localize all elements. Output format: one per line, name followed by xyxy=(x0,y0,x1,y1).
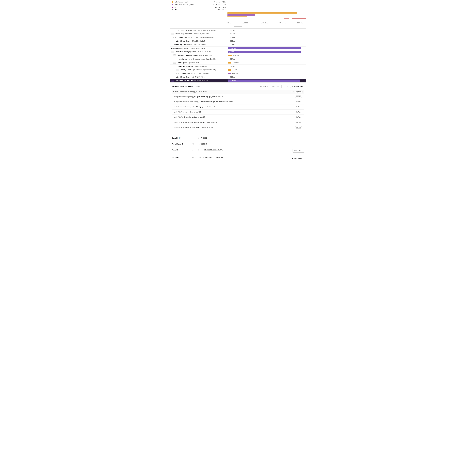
count-badge-snql-run[interactable]: 1 ^ xyxy=(176,69,179,71)
frame-method-2: BigtableNodeStorage._get_bytes_multi xyxy=(201,101,227,103)
legend-item-eventstore: eventstore.base.bind_nodes 707.96ms 11% xyxy=(172,4,304,5)
legend-other-pct: 12% xyxy=(221,9,226,11)
bar-snuba-events: 5,377.31ms xyxy=(228,51,301,53)
span-arrow-json2: → xyxy=(173,76,174,78)
duration-json1: 0.06ms xyxy=(229,40,235,42)
occurred-right: ↻ 1 System xyxy=(291,91,303,93)
span-desc-snql-run: – {"legacy": true, "query": "MATCH (e xyxy=(192,69,216,71)
count-badge-bind-nodes[interactable]: 1 ^ xyxy=(171,80,174,82)
span-row-snuba-events: 2 ^ eventstore.snuba.get_events – 8d4962… xyxy=(170,50,306,54)
legend-item-nodestore: nodestore.get_multi 4574.7ms 72% xyxy=(172,1,304,3)
frame-line-6: at line 264 xyxy=(211,121,217,123)
frame-in-1: in xyxy=(194,96,196,98)
occurred-row: Occurred in non-app: threading.py in Con… xyxy=(172,90,304,94)
span-name-paginate: base.paginate.get_result xyxy=(171,47,188,49)
detail-row-trace-id: Trace ID c94012026c4e435db39f1d056da8c39… xyxy=(172,147,304,155)
frame-path-7: sentry/eventstore/snuba/backend.py xyxy=(174,127,198,128)
count-badge-aliased[interactable]: 3 ^ xyxy=(173,54,176,56)
span-right-snql-run: 87.63ms xyxy=(227,68,306,72)
details-section: Span ID 🔗 b368fa23dd7431b2 Parent Span I… xyxy=(170,132,306,165)
scrollbar-area[interactable] xyxy=(170,24,306,29)
span-left-snql-validation: → snuba_snql.validation – api.project-ev… xyxy=(170,65,227,68)
frame-left-4: sentry/utils/metrics.py in inner at line… xyxy=(174,111,295,113)
span-right-paginate: 5,377.60ms xyxy=(227,47,306,50)
bar-aliased xyxy=(228,54,232,56)
frame-path-4: sentry/utils/metrics.py xyxy=(174,111,188,113)
duration-http1: 1.52ms xyxy=(229,36,235,38)
detail-row-span-id: Span ID 🔗 b368fa23dd7431b2 xyxy=(172,135,304,141)
span-desc-json2: – a29974147744d44d xyxy=(191,76,205,78)
occurred-text: Occurred in non-app: threading.py in Con… xyxy=(173,91,207,93)
bar-http2 xyxy=(228,72,231,74)
axis-label-1: 1,585.05ms xyxy=(242,22,250,24)
span-id-label: Span ID xyxy=(172,137,178,139)
main-container: nodestore.get_multi 4574.7ms 72% eventst… xyxy=(170,0,306,165)
in-app-badge-5: In App xyxy=(295,116,302,118)
detail-actions-profile: ⊞ View Profile xyxy=(290,157,304,160)
frame-in-2: in xyxy=(199,101,201,103)
prev-stack-button[interactable]: ‹ xyxy=(281,85,285,88)
span-name-snuba-events: eventstore.snuba.get_events xyxy=(175,51,196,53)
scrollbar-thumb[interactable] xyxy=(234,26,242,27)
span-desc-aliased: – bbbfdab5a54e1378 xyxy=(198,54,212,56)
frame-path-6: sentry/eventstore/base.py xyxy=(174,121,191,123)
count-badge-snuba-query[interactable]: 2 ^ xyxy=(173,62,176,64)
view-profile-icon-stacks: ⊞ xyxy=(292,85,293,87)
span-left-paginate: base.paginate.get_result – ProjectEvents… xyxy=(170,47,227,50)
legend-eventstore-name: eventstore.base.bind_nodes xyxy=(174,4,209,5)
span-row-snql-run: 1 ^ snuba_snql.run – {"legacy": true, "q… xyxy=(170,68,306,72)
span-row-paginate: base.paginate.get_result – ProjectEvents… xyxy=(170,47,306,50)
duration-db: 1.02ms xyxy=(229,29,235,31)
span-left-snuba-events: 2 ^ eventstore.snuba.get_events – 8d4962… xyxy=(170,50,227,53)
frame-path-2: sentry/nodestore/bigtable/backend.py xyxy=(174,101,199,103)
span-arrow-http2: → xyxy=(176,73,177,74)
bar-bind-nodes: 5,282.66ms xyxy=(228,79,300,82)
legend-eventstore-pct: 11% xyxy=(221,4,226,5)
legend-item-db: db 306ms 5% xyxy=(172,6,304,8)
span-name-bind-nodes: eventstore.base.bind_nodes xyxy=(175,80,196,81)
legend-nodestore-name: nodestore.get_multi xyxy=(174,1,209,3)
span-desc-snql-validation: – api.project-events xyxy=(194,65,207,67)
span-name-snql-validation: snuba_snql.validation xyxy=(178,65,193,67)
view-profile-button-details[interactable]: ⊞ View Profile xyxy=(290,157,304,160)
count-badge-snuba-events[interactable]: 2 ^ xyxy=(171,51,174,53)
span-row-bind-nodes: 1 ^ eventstore.base.bind_nodes – b368fa2… xyxy=(170,79,306,83)
span-desc-bind-nodes: – b368fa23dd7431b2 xyxy=(196,80,210,81)
view-profile-button-stacks[interactable]: ⊞ View Profile xyxy=(290,85,304,88)
stack-frame-2: sentry/nodestore/bigtable/backend.py in … xyxy=(172,99,304,105)
span-row-snql-validation: → snuba_snql.validation – api.project-ev… xyxy=(170,65,306,68)
span-row-json1: → sentry.utils.json.loads – 9522a26b7a6c… xyxy=(170,39,306,43)
frame-left-7: sentry/eventstore/snuba/backend.py in __… xyxy=(174,127,295,128)
duration-snuba-query: 90.18ms xyxy=(232,62,239,64)
span-left-flagr-eval: 2 ^ feature.flagr.evaluation – checking … xyxy=(170,32,227,35)
span-row-http1: → http.client – POST http://127.0.0.1:10… xyxy=(170,36,306,39)
span-name-db: db xyxy=(178,29,180,31)
legend-item-other: Other 747.71ms 12% xyxy=(172,9,304,11)
axis-label-2: 3,170.11ms xyxy=(261,22,268,24)
frame-method-4: inner xyxy=(190,111,194,113)
stack-frame-6: sentry/eventstore/base.py in EventStorag… xyxy=(172,120,304,125)
count-badge-flagr-eval[interactable]: 2 ^ xyxy=(171,33,174,35)
span-left-http1: → http.client – POST http://127.0.0.1:10… xyxy=(170,36,227,39)
span-left-bind-nodes: 1 ^ eventstore.base.bind_nodes – b368fa2… xyxy=(170,79,227,82)
span-list: → db – SELECT "sentry_team"."slug" FROM … xyxy=(170,29,306,83)
axis-label-0: 0.00ms xyxy=(227,22,231,24)
legend-nodestore-time: 4574.7ms xyxy=(210,1,220,3)
span-right-http1: 1.52ms xyxy=(227,36,306,39)
span-left-json1: → sentry.utils.json.loads – 9522a26b7a6c… xyxy=(170,40,227,42)
view-trace-button[interactable]: View Trace xyxy=(292,149,304,153)
span-right-parse: 0.01ms xyxy=(227,43,306,46)
trace-id-label: Trace ID xyxy=(172,149,178,151)
axis-labels: 0.00ms 1,585.05ms 3,170.11ms 4,755.16ms … xyxy=(227,22,306,24)
frame-left-1: sentry/utils/kvstore/bigtable.py in Bigt… xyxy=(174,96,295,98)
frame-method-3: NodeStorage.get_multi xyxy=(193,106,208,108)
duration-snql-run: 87.63ms xyxy=(232,69,238,71)
frame-in-4: in xyxy=(189,111,190,113)
duration-flagr-eval: 3.25ms xyxy=(229,33,235,35)
next-stack-button[interactable]: › xyxy=(286,85,289,88)
span-desc-json1: – 9522a26b7a6cf2b5 xyxy=(191,40,205,42)
legend-other-time: 747.71ms xyxy=(210,9,220,11)
in-app-badge-7: In App xyxy=(295,126,302,128)
frame-left-5: sentry/utils/services.py in <lambda> at … xyxy=(174,116,295,118)
span-name-flagr-eval: feature.flagr.evaluation xyxy=(175,33,192,35)
